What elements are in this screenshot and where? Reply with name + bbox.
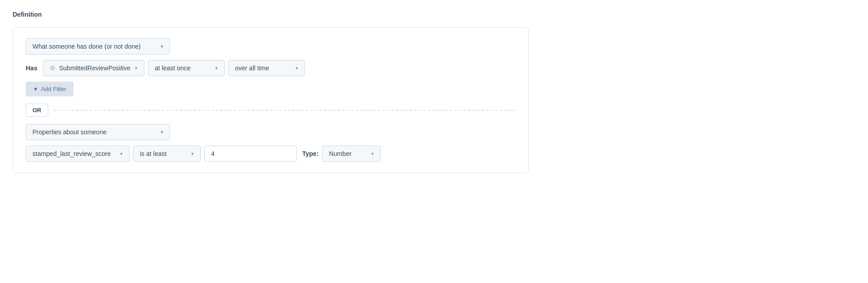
definition-card: What someone has done (or not done) ▾ Ha… <box>13 27 529 173</box>
frequency-label: at least once <box>155 64 190 72</box>
chevron-icon-type: ▾ <box>371 151 374 157</box>
event-label: SubmittedReviewPositive <box>59 64 130 72</box>
filter-icon: ▼ <box>33 86 38 92</box>
time-range-label: over all time <box>235 64 269 72</box>
frequency-dropdown[interactable]: at least once ▾ <box>148 60 225 76</box>
type-dropdown-label: Number <box>329 150 351 157</box>
page-container: Definition What someone has done (or not… <box>0 0 541 184</box>
chevron-icon-filter-type-1: ▾ <box>161 43 163 50</box>
filter-type-label-2: Properties about someone <box>32 128 106 136</box>
chevron-icon-time-range: ▾ <box>295 65 298 71</box>
operator-label: is at least <box>140 150 166 157</box>
event-dropdown[interactable]: ⚙ SubmittedReviewPositive ▾ <box>43 60 144 76</box>
property-dropdown[interactable]: stamped_last_review_score ▾ <box>26 146 129 162</box>
chevron-icon-filter-type-2: ▾ <box>161 129 163 135</box>
property-label: stamped_last_review_score <box>32 150 111 157</box>
add-filter-label: Add Filter <box>41 86 66 92</box>
chevron-icon-event: ▾ <box>135 65 138 71</box>
or-divider: OR <box>26 104 516 117</box>
second-condition-group: Properties about someone ▾ stamped_last_… <box>26 124 516 162</box>
chevron-icon-property: ▾ <box>120 151 123 157</box>
has-row: Has ⚙ SubmittedReviewPositive ▾ at least… <box>26 60 516 76</box>
type-label: Type: <box>302 150 319 157</box>
or-badge: OR <box>26 104 48 117</box>
add-filter-button[interactable]: ▼ Add Filter <box>26 82 74 96</box>
or-line <box>54 110 516 111</box>
type-dropdown[interactable]: Number ▾ <box>322 146 381 162</box>
property-row: stamped_last_review_score ▾ is at least … <box>26 146 516 162</box>
first-condition-group: What someone has done (or not done) ▾ Ha… <box>26 38 516 96</box>
filter-type-dropdown-1[interactable]: What someone has done (or not done) ▾ <box>26 38 170 55</box>
event-icon: ⚙ <box>50 64 55 72</box>
has-label: Has <box>26 64 39 72</box>
operator-dropdown[interactable]: is at least ▾ <box>133 146 201 162</box>
filter-type-label-1: What someone has done (or not done) <box>32 43 141 50</box>
section-title: Definition <box>13 11 529 18</box>
time-range-dropdown[interactable]: over all time ▾ <box>228 60 305 76</box>
filter-type-dropdown-2[interactable]: Properties about someone ▾ <box>26 124 170 140</box>
value-input[interactable] <box>204 146 297 162</box>
chevron-icon-frequency: ▾ <box>215 65 218 71</box>
chevron-icon-operator: ▾ <box>191 151 194 157</box>
